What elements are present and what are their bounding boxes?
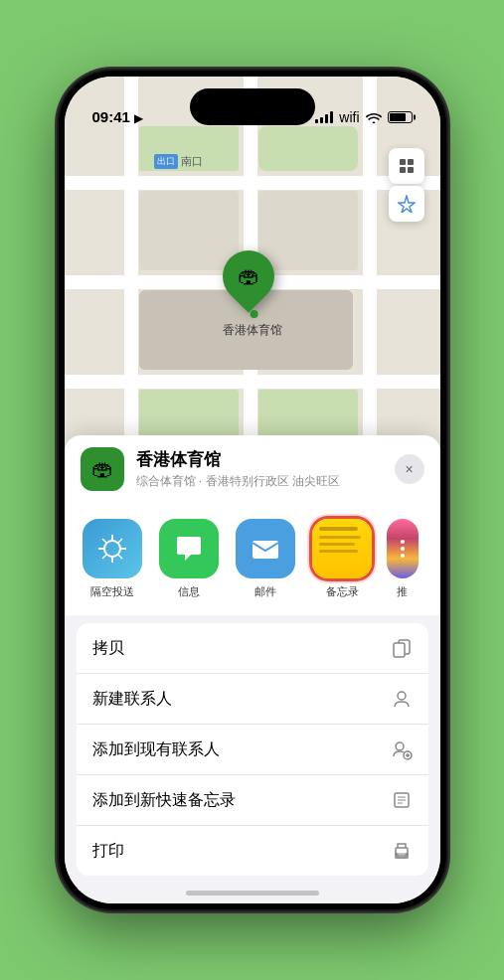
wifi-icon bbox=[366, 111, 382, 123]
add-contact-label: 添加到现有联系人 bbox=[92, 739, 220, 760]
status-icons: wifi bbox=[315, 109, 412, 127]
location-button[interactable] bbox=[389, 186, 424, 222]
home-indicator bbox=[186, 891, 319, 896]
quick-note-action[interactable]: 添加到新快速备忘录 bbox=[77, 775, 428, 826]
new-contact-icon bbox=[391, 688, 413, 710]
copy-action[interactable]: 拷贝 bbox=[77, 623, 428, 674]
share-message[interactable]: 信息 bbox=[157, 519, 222, 599]
mail-label: 邮件 bbox=[254, 584, 276, 599]
battery-icon bbox=[388, 111, 413, 123]
share-mail[interactable]: 邮件 bbox=[234, 519, 298, 599]
new-contact-action[interactable]: 新建联系人 bbox=[77, 674, 428, 725]
print-label: 打印 bbox=[92, 841, 124, 862]
print-icon bbox=[391, 840, 413, 862]
location-card-icon: 🏟 bbox=[81, 447, 124, 491]
svg-rect-2 bbox=[400, 167, 406, 173]
svg-rect-1 bbox=[408, 159, 414, 165]
share-row: 隔空投送 信息 bbox=[65, 503, 440, 615]
add-contact-icon bbox=[391, 738, 413, 760]
svg-point-9 bbox=[396, 742, 404, 750]
phone-frame: 09:41 ▶ wifi bbox=[59, 71, 446, 909]
quick-note-icon bbox=[391, 789, 413, 811]
message-icon bbox=[159, 519, 219, 578]
location-name: 香港体育馆 bbox=[136, 448, 383, 471]
bottom-sheet: 🏟 香港体育馆 综合体育馆 · 香港特别行政区 油尖旺区 × bbox=[65, 435, 440, 904]
phone-screen: 09:41 ▶ wifi bbox=[65, 77, 440, 903]
more-icon bbox=[387, 519, 419, 578]
pin-label: 香港体育馆 bbox=[223, 322, 282, 339]
close-button[interactable]: × bbox=[395, 454, 424, 484]
action-list: 拷贝 新建联系人 添加到现有联系人 bbox=[77, 623, 428, 876]
quick-note-label: 添加到新快速备忘录 bbox=[92, 790, 236, 811]
map-label: 出口 南口 bbox=[154, 154, 203, 169]
dynamic-island bbox=[190, 88, 315, 125]
message-label: 信息 bbox=[178, 584, 200, 599]
location-arrow-icon: ▶ bbox=[134, 111, 143, 125]
exit-label-box: 出口 bbox=[154, 154, 178, 169]
add-contact-action[interactable]: 添加到现有联系人 bbox=[77, 725, 428, 775]
svg-rect-3 bbox=[408, 167, 414, 173]
copy-label: 拷贝 bbox=[92, 638, 124, 659]
location-subtitle: 综合体育馆 · 香港特别行政区 油尖旺区 bbox=[136, 473, 383, 490]
svg-point-4 bbox=[104, 541, 120, 557]
location-info: 香港体育馆 综合体育馆 · 香港特别行政区 油尖旺区 bbox=[136, 448, 383, 490]
notes-label: 备忘录 bbox=[326, 584, 359, 599]
share-airdrop[interactable]: 隔空投送 bbox=[81, 519, 145, 599]
copy-icon bbox=[391, 637, 413, 659]
notes-icon bbox=[312, 519, 372, 578]
location-header: 🏟 香港体育馆 综合体育馆 · 香港特别行政区 油尖旺区 × bbox=[65, 435, 440, 503]
airdrop-icon bbox=[83, 519, 142, 578]
map-layers-button[interactable] bbox=[389, 148, 424, 184]
new-contact-label: 新建联系人 bbox=[92, 689, 172, 710]
south-exit-label: 南口 bbox=[181, 154, 203, 169]
location-pin: 🏟 香港体育馆 bbox=[223, 250, 282, 339]
status-time: 09:41 bbox=[92, 108, 130, 127]
print-action[interactable]: 打印 bbox=[77, 826, 428, 876]
svg-point-8 bbox=[398, 692, 406, 700]
wifi-icon: wifi bbox=[339, 109, 359, 125]
share-more[interactable]: 推 bbox=[387, 519, 419, 599]
signal-bars-icon bbox=[315, 111, 333, 123]
mail-icon bbox=[236, 519, 295, 578]
share-notes[interactable]: 备忘录 bbox=[310, 519, 375, 599]
map-controls bbox=[389, 148, 424, 222]
airdrop-label: 隔空投送 bbox=[90, 584, 134, 599]
more-label: 推 bbox=[397, 584, 408, 599]
svg-rect-7 bbox=[394, 643, 405, 657]
svg-rect-0 bbox=[400, 159, 406, 165]
